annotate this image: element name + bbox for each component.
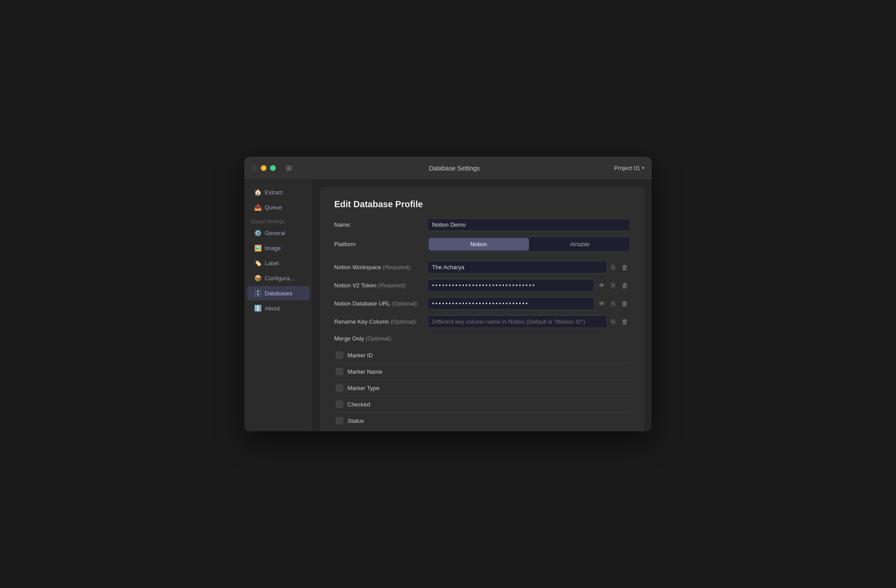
dialog-panel: Edit Database Profile Name: Platform Not… — [320, 187, 645, 431]
checkbox-row-marker-id[interactable]: Marker ID — [334, 347, 630, 364]
checkbox-row-status[interactable]: Status — [334, 413, 630, 429]
project-selector[interactable]: Project 01 ▾ — [614, 165, 645, 171]
sidebar-item-databases[interactable]: 🗄️ Databases — [247, 286, 310, 300]
token-label: Notion V2 Token (Required): — [334, 282, 427, 289]
name-input[interactable] — [427, 218, 630, 231]
dialog-title: Edit Database Profile — [334, 199, 630, 209]
sidebar-item-label[interactable]: 🏷️ Label — [247, 256, 310, 270]
rename-key-copy-button[interactable]: ⎘ — [609, 316, 618, 327]
box-icon: 📦 — [254, 275, 261, 282]
database-icon: 🗄️ — [254, 290, 261, 297]
merge-fields-list: Marker ID Marker Name Marker Type — [334, 347, 630, 429]
sidebar-item-config-label: Configura… — [265, 275, 295, 282]
sidebar-item-databases-label: Databases — [265, 290, 292, 297]
checkbox-label-marker-id: Marker ID — [348, 352, 373, 359]
token-input[interactable] — [427, 279, 595, 292]
image-icon: 🖼️ — [254, 244, 261, 251]
minimize-button[interactable] — [261, 165, 266, 171]
name-label: Name: — [334, 221, 427, 228]
sidebar-item-label-label: Label — [265, 260, 279, 267]
project-name: Project 01 — [614, 165, 640, 171]
checkbox-row-marker-name[interactable]: Marker Name — [334, 364, 630, 380]
title-bar: ⊞ Database Settings Project 01 ▾ — [244, 157, 652, 180]
checkbox-row-marker-type[interactable]: Marker Type — [334, 380, 630, 396]
rename-key-input[interactable] — [427, 315, 607, 328]
token-copy-button[interactable]: ⎘ — [609, 280, 618, 291]
sidebar-item-configuration[interactable]: 📦 Configura… — [247, 271, 310, 285]
sidebar-item-extract[interactable]: 🏠 Extract — [247, 185, 310, 199]
rename-key-label: Rename Key Column (Optional): — [334, 318, 427, 325]
checkbox-checked[interactable] — [336, 401, 343, 408]
export-settings-label: Export Settings — [244, 215, 313, 226]
app-window: ⊞ Database Settings Project 01 ▾ 🏠 Extra… — [244, 157, 652, 431]
workspace-label: Notion Workspace (Required): — [334, 264, 427, 271]
token-input-group: 👁 ⎘ 🗑 — [427, 279, 630, 292]
platform-segmented-control: Notion Airtable — [427, 236, 630, 252]
db-url-input-group: 👁 ⎘ 🗑 — [427, 297, 630, 310]
inbox-icon: 📥 — [254, 204, 261, 211]
sidebar-item-queue-label: Queue — [265, 204, 282, 211]
sidebar-item-general[interactable]: ⚙️ General — [247, 226, 310, 240]
db-url-delete-button[interactable]: 🗑 — [619, 298, 630, 309]
segment-airtable[interactable]: Airtable — [530, 237, 630, 251]
checkbox-label-status: Status — [348, 418, 364, 424]
window-title: Database Settings — [294, 165, 614, 172]
workspace-copy-button[interactable]: ⎘ — [609, 262, 618, 273]
rename-key-input-group: ⎘ 🗑 — [427, 315, 630, 328]
rename-key-row: Rename Key Column (Optional): ⎘ 🗑 — [334, 315, 630, 328]
sidebar-item-extract-label: Extract — [265, 189, 282, 196]
platform-label: Platform — [334, 241, 427, 248]
tag-icon: 🏷️ — [254, 259, 261, 267]
gear-icon: ⚙️ — [254, 229, 261, 236]
checkbox-row-checked[interactable]: Checked — [334, 396, 630, 413]
chevron-down-icon: ▾ — [642, 165, 645, 171]
sidebar-item-general-label: General — [265, 230, 285, 236]
db-url-label: Notion Database URL (Optional): — [334, 300, 427, 307]
content-area: Edit Database Profile Name: Platform Not… — [313, 180, 652, 431]
sidebar-item-image[interactable]: 🖼️ Image — [247, 241, 310, 255]
workspace-row: Notion Workspace (Required): ⎘ 🗑 — [334, 261, 630, 274]
checkbox-label-checked: Checked — [348, 401, 370, 408]
sidebar-item-about-label: About — [265, 305, 280, 312]
sidebar-item-about[interactable]: ℹ️ About — [247, 301, 310, 315]
checkbox-label-marker-name: Marker Name — [348, 368, 382, 375]
db-url-input[interactable] — [427, 297, 595, 310]
workspace-input[interactable] — [427, 261, 607, 274]
sidebar-item-queue[interactable]: 📥 Queue — [247, 200, 310, 214]
name-row: Name: — [334, 218, 630, 231]
checkbox-marker-name[interactable] — [336, 368, 343, 375]
token-reveal-button[interactable]: 👁 — [596, 280, 607, 291]
db-url-copy-button[interactable]: ⎘ — [609, 298, 618, 309]
sidebar-item-image-label: Image — [265, 245, 281, 251]
checkbox-status[interactable] — [336, 417, 343, 424]
checkbox-label-marker-type: Marker Type — [348, 385, 379, 391]
maximize-button[interactable] — [270, 165, 276, 171]
sidebar: 🏠 Extract 📥 Queue Export Settings ⚙️ Gen… — [244, 180, 313, 431]
platform-row: Platform Notion Airtable — [334, 236, 630, 252]
token-delete-button[interactable]: 🗑 — [619, 280, 630, 291]
close-button[interactable] — [251, 165, 257, 171]
main-layout: 🏠 Extract 📥 Queue Export Settings ⚙️ Gen… — [244, 180, 652, 431]
info-icon: ℹ️ — [254, 305, 261, 312]
checkbox-marker-type[interactable] — [336, 384, 343, 391]
checkbox-marker-id[interactable] — [336, 352, 343, 359]
home-icon: 🏠 — [254, 189, 261, 196]
rename-key-delete-button[interactable]: 🗑 — [619, 316, 630, 327]
db-url-reveal-button[interactable]: 👁 — [596, 298, 607, 309]
workspace-input-group: ⎘ 🗑 — [427, 261, 630, 274]
segment-notion[interactable]: Notion — [429, 238, 529, 251]
sidebar-toggle-button[interactable]: ⊞ — [283, 164, 294, 173]
sidebar-toggle-icon: ⊞ — [286, 164, 292, 172]
token-row: Notion V2 Token (Required): 👁 ⎘ 🗑 — [334, 279, 630, 292]
window-controls — [251, 165, 276, 171]
merge-only-label: Merge Only (Optional): — [334, 335, 630, 342]
workspace-delete-button[interactable]: 🗑 — [619, 262, 630, 273]
db-url-row: Notion Database URL (Optional): 👁 ⎘ 🗑 — [334, 297, 630, 310]
